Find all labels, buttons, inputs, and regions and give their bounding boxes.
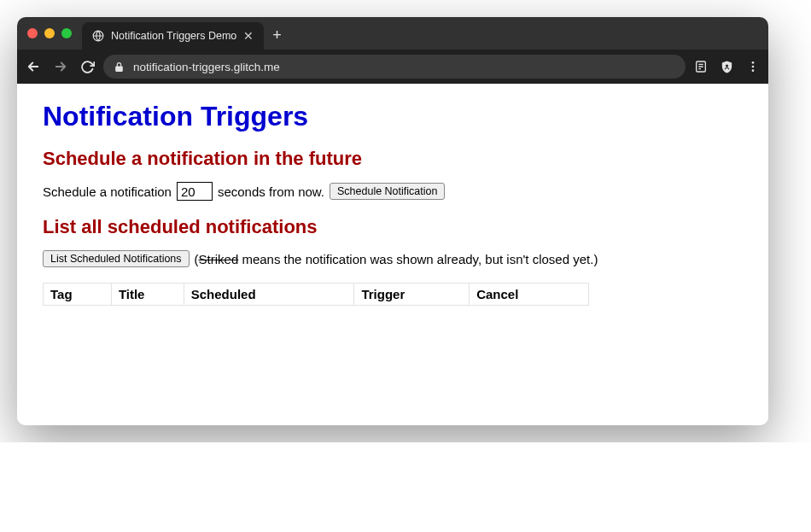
reload-button[interactable] (80, 60, 95, 74)
reader-mode-icon[interactable] (694, 60, 708, 73)
section-list-heading: List all scheduled notifications (43, 216, 743, 238)
nav-buttons (26, 59, 95, 74)
menu-icon[interactable] (746, 60, 760, 73)
schedule-notification-button[interactable]: Schedule Notification (330, 183, 445, 200)
forward-button[interactable] (53, 59, 68, 74)
col-tag: Tag (44, 284, 112, 306)
traffic-lights (27, 28, 72, 38)
page-content: Notification Triggers Schedule a notific… (17, 84, 768, 425)
col-scheduled: Scheduled (184, 284, 354, 306)
profile-icon[interactable] (720, 60, 734, 74)
svg-point-5 (726, 64, 728, 67)
browser-window: Notification Triggers Demo ✕ + notificat… (17, 17, 768, 425)
maximize-window-button[interactable] (61, 28, 72, 38)
section-schedule-heading: Schedule a notification in the future (43, 148, 743, 170)
browser-tab[interactable]: Notification Triggers Demo ✕ (82, 22, 264, 50)
browser-toolbar: notification-triggers.glitch.me (17, 50, 768, 84)
tab-title: Notification Triggers Demo (111, 30, 236, 42)
schedule-text-before: Schedule a notification (43, 184, 172, 199)
hint-striked: Striked (199, 252, 239, 266)
list-row: List Scheduled Notifications (Striked me… (43, 250, 743, 267)
svg-point-6 (752, 61, 755, 64)
lock-icon (114, 61, 125, 73)
globe-icon (92, 30, 104, 42)
close-window-button[interactable] (27, 28, 38, 38)
svg-point-8 (752, 69, 755, 72)
toolbar-right (694, 60, 760, 74)
hint-text: (Striked means the notification was show… (195, 252, 598, 266)
table-header-row: Tag Title Scheduled Trigger Cancel (44, 284, 589, 306)
back-button[interactable] (26, 59, 41, 74)
page-title: Notification Triggers (43, 101, 743, 132)
col-trigger: Trigger (354, 284, 470, 306)
col-cancel: Cancel (470, 284, 589, 306)
schedule-row: Schedule a notification seconds from now… (43, 182, 743, 201)
notifications-table: Tag Title Scheduled Trigger Cancel (43, 283, 589, 306)
list-scheduled-button[interactable]: List Scheduled Notifications (43, 250, 190, 267)
schedule-text-after: seconds from now. (218, 184, 324, 199)
minimize-window-button[interactable] (44, 28, 55, 38)
close-tab-icon[interactable]: ✕ (243, 29, 254, 43)
col-title: Title (111, 284, 184, 306)
seconds-input[interactable] (177, 182, 213, 201)
window-titlebar: Notification Triggers Demo ✕ + (17, 17, 768, 50)
url-text: notification-triggers.glitch.me (133, 61, 280, 73)
address-bar[interactable]: notification-triggers.glitch.me (103, 55, 686, 79)
svg-point-7 (752, 66, 755, 68)
new-tab-button[interactable]: + (272, 26, 282, 44)
